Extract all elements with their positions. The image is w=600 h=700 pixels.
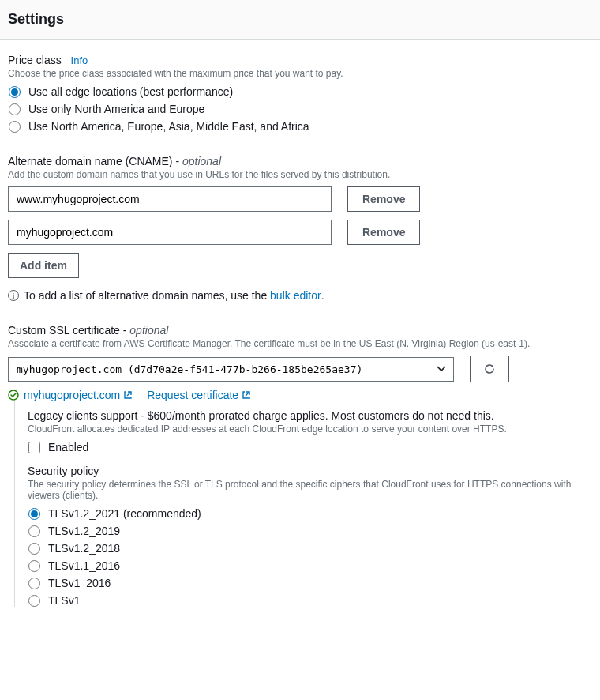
cname-input-1[interactable] xyxy=(8,220,332,245)
security-policy-label-1: TLSv1.2_2019 xyxy=(48,525,120,537)
ssl-label: Custom SSL certificate - xyxy=(8,324,129,337)
price-class-radio-2[interactable] xyxy=(9,121,21,133)
security-policy-option-4[interactable]: TLSv1_2016 xyxy=(28,577,592,589)
legacy-clients-section: Legacy clients support - $600/month pror… xyxy=(28,409,592,453)
legacy-enabled-row[interactable]: Enabled xyxy=(28,441,592,453)
ssl-verified-domain-link[interactable]: myhugoproject.com xyxy=(24,389,133,401)
request-certificate-text: Request certificate xyxy=(147,389,238,401)
security-policy-label-5: TLSv1 xyxy=(48,594,80,607)
cname-remove-button-1[interactable]: Remove xyxy=(347,220,420,245)
security-policy-option-5[interactable]: TLSv1 xyxy=(28,594,592,607)
check-circle-icon xyxy=(8,390,19,401)
security-policy-radio-1[interactable] xyxy=(28,525,40,537)
ssl-section: Custom SSL certificate - optional Associ… xyxy=(8,324,592,607)
cname-optional: optional xyxy=(182,155,221,167)
security-policy-hint: The security policy determines the SSL o… xyxy=(28,479,592,501)
external-link-icon xyxy=(123,390,133,400)
cname-row-1: Remove xyxy=(8,220,592,245)
ssl-refresh-button[interactable] xyxy=(470,356,509,382)
price-class-option-0[interactable]: Use all edge locations (best performance… xyxy=(8,85,592,98)
security-policy-radio-2[interactable] xyxy=(28,543,40,555)
price-class-option-label-1: Use only North America and Europe xyxy=(28,103,204,115)
security-policy-option-3[interactable]: TLSv1.1_2016 xyxy=(28,559,592,572)
security-policy-option-2[interactable]: TLSv1.2_2018 xyxy=(28,542,592,555)
security-policy-radio-3[interactable] xyxy=(28,560,40,572)
request-certificate-link[interactable]: Request certificate xyxy=(147,389,251,401)
cname-input-0[interactable] xyxy=(8,186,332,212)
security-policy-label-0: TLSv1.2_2021 (recommended) xyxy=(48,507,201,520)
price-class-radio-1[interactable] xyxy=(9,103,21,115)
legacy-enabled-label: Enabled xyxy=(48,441,88,453)
cname-section: Alternate domain name (CNAME) - optional… xyxy=(8,155,592,302)
legacy-clients-title: Legacy clients support - $600/month pror… xyxy=(28,409,592,422)
price-class-option-label-0: Use all edge locations (best performance… xyxy=(28,85,233,98)
security-policy-radio-5[interactable] xyxy=(28,595,40,607)
security-policy-option-1[interactable]: TLSv1.2_2019 xyxy=(28,525,592,537)
security-policy-label-2: TLSv1.2_2018 xyxy=(48,542,120,555)
cname-label: Alternate domain name (CNAME) - xyxy=(8,155,182,167)
bulk-editor-link[interactable]: bulk editor xyxy=(270,289,321,302)
ssl-hint: Associate a certificate from AWS Certifi… xyxy=(8,338,592,349)
security-policy-label-4: TLSv1_2016 xyxy=(48,577,111,589)
cname-hint: Add the custom domain names that you use… xyxy=(8,169,592,180)
price-class-option-label-2: Use North America, Europe, Asia, Middle … xyxy=(28,120,309,133)
security-policy-radio-4[interactable] xyxy=(28,578,40,589)
external-link-icon xyxy=(242,390,251,400)
security-policy-radio-0[interactable] xyxy=(28,508,40,520)
bulk-editor-suffix: . xyxy=(321,289,324,302)
cname-add-button[interactable]: Add item xyxy=(8,253,79,278)
ssl-verified-domain-text: myhugoproject.com xyxy=(24,389,120,401)
legacy-enabled-checkbox[interactable] xyxy=(28,442,40,453)
price-class-radio-0[interactable] xyxy=(9,86,21,98)
price-class-option-2[interactable]: Use North America, Europe, Asia, Middle … xyxy=(8,120,592,133)
security-policy-option-0[interactable]: TLSv1.2_2021 (recommended) xyxy=(28,507,592,520)
price-class-hint: Choose the price class associated with t… xyxy=(8,68,592,79)
bulk-editor-prefix: To add a list of alternative domain name… xyxy=(24,289,267,302)
price-class-info-link[interactable]: Info xyxy=(71,55,88,66)
page-title: Settings xyxy=(8,11,592,28)
ssl-optional: optional xyxy=(129,324,168,337)
ssl-certificate-select[interactable] xyxy=(8,357,454,382)
security-policy-section: Security policy The security policy dete… xyxy=(28,465,592,607)
refresh-icon xyxy=(483,363,496,375)
cname-row-0: Remove xyxy=(8,186,592,212)
price-class-label: Price class xyxy=(8,54,62,66)
security-policy-label-3: TLSv1.1_2016 xyxy=(48,559,120,572)
security-policy-title: Security policy xyxy=(28,465,592,477)
price-class-option-1[interactable]: Use only North America and Europe xyxy=(8,103,592,115)
legacy-clients-hint: CloudFront allocates dedicated IP addres… xyxy=(28,423,592,435)
price-class-section: Price class Info Choose the price class … xyxy=(8,54,592,133)
info-icon: i xyxy=(8,290,19,301)
cname-remove-button-0[interactable]: Remove xyxy=(347,186,420,212)
